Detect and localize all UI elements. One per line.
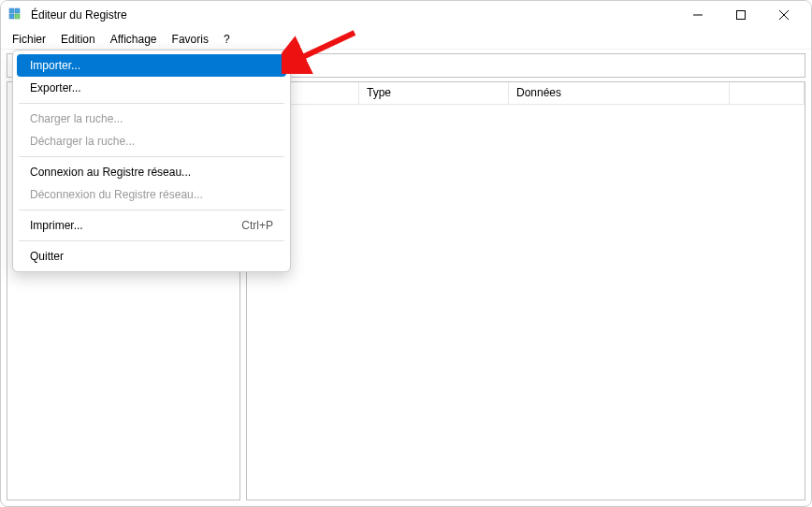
- list-header: Nom Type Données: [247, 82, 805, 105]
- menu-separator: [19, 210, 284, 210]
- window-title: Éditeur du Registre: [31, 8, 676, 22]
- menuitem-import[interactable]: Importer...: [17, 54, 286, 77]
- menuitem-load-hive-label: Charger la ruche...: [30, 112, 123, 125]
- menuitem-print-label: Imprimer...: [30, 219, 83, 232]
- menu-separator: [19, 103, 284, 104]
- close-button[interactable]: [762, 1, 805, 29]
- menu-edit[interactable]: Edition: [53, 31, 103, 48]
- menubar: Fichier Edition Affichage Favoris ?: [1, 29, 811, 50]
- menu-separator: [19, 156, 284, 157]
- column-header-data[interactable]: Données: [509, 82, 730, 104]
- column-header-type[interactable]: Type: [359, 82, 509, 104]
- menuitem-exit[interactable]: Quitter: [17, 245, 286, 268]
- menuitem-print[interactable]: Imprimer... Ctrl+P: [17, 214, 286, 237]
- svg-rect-2: [9, 14, 14, 19]
- menuitem-exit-label: Quitter: [30, 250, 64, 263]
- svg-rect-1: [15, 8, 20, 13]
- svg-rect-3: [15, 14, 20, 19]
- menuitem-print-shortcut: Ctrl+P: [241, 219, 273, 232]
- window-controls: [676, 1, 805, 29]
- menuitem-import-label: Importer...: [30, 59, 80, 72]
- svg-rect-0: [9, 8, 14, 13]
- menuitem-disconnect-network-label: Déconnexion du Registre réseau...: [30, 188, 203, 201]
- menu-separator: [19, 240, 284, 241]
- menu-favorites[interactable]: Favoris: [165, 31, 216, 48]
- menu-help[interactable]: ?: [216, 31, 238, 48]
- minimize-button[interactable]: [676, 1, 719, 29]
- maximize-button[interactable]: [719, 1, 762, 29]
- titlebar: Éditeur du Registre: [1, 1, 811, 29]
- menuitem-export[interactable]: Exporter...: [17, 77, 286, 99]
- menu-file[interactable]: Fichier: [5, 31, 53, 48]
- menuitem-export-label: Exporter...: [30, 81, 81, 94]
- menuitem-unload-hive: Décharger la ruche...: [17, 130, 286, 152]
- menuitem-load-hive: Charger la ruche...: [17, 108, 286, 130]
- menuitem-connect-network[interactable]: Connexion au Registre réseau...: [17, 161, 286, 183]
- file-dropdown: Importer... Exporter... Charger la ruche…: [12, 50, 291, 272]
- column-header-spacer: [730, 82, 805, 104]
- menuitem-disconnect-network: Déconnexion du Registre réseau...: [17, 183, 286, 206]
- regedit-icon: [8, 7, 23, 22]
- menuitem-connect-network-label: Connexion au Registre réseau...: [30, 166, 191, 179]
- list-pane[interactable]: Nom Type Données: [246, 81, 805, 500]
- menuitem-unload-hive-label: Décharger la ruche...: [30, 135, 135, 148]
- svg-rect-5: [737, 11, 746, 20]
- menu-view[interactable]: Affichage: [103, 31, 165, 48]
